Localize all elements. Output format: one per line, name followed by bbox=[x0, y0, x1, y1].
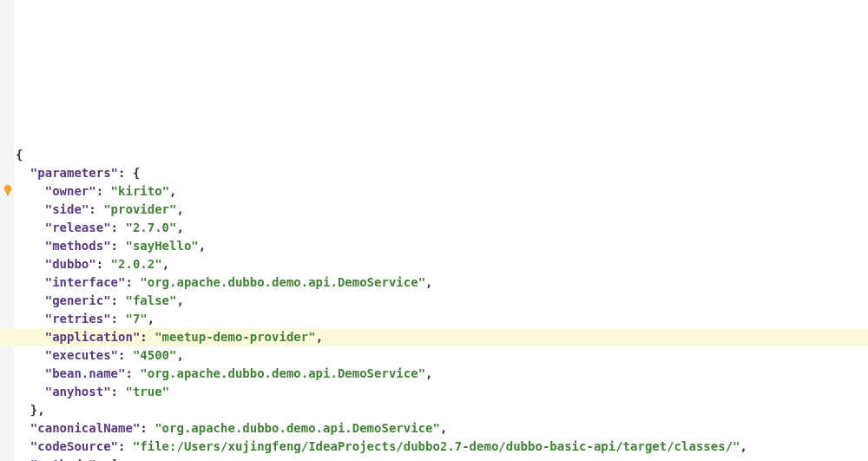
val-retries: 7 bbox=[133, 312, 140, 326]
val-application: meetup-demo-provider bbox=[162, 330, 309, 344]
key-methods: methods bbox=[37, 458, 89, 461]
key-dubbo: dubbo bbox=[52, 257, 89, 271]
key-release: release bbox=[52, 221, 103, 234]
key-anyhost: anyhost bbox=[52, 385, 103, 398]
key-param-methods: methods bbox=[52, 239, 103, 253]
key-canonicalname: canonicalName bbox=[37, 421, 133, 435]
key-beanname: bean.name bbox=[52, 366, 118, 380]
key-application: application bbox=[52, 330, 133, 344]
val-codesource: file:/Users/xujingfeng/IdeaProjects/dubb… bbox=[140, 439, 733, 453]
val-generic: false bbox=[133, 293, 169, 307]
code-block: { "parameters": { "owner": "kirito", "si… bbox=[0, 146, 868, 461]
key-generic: generic bbox=[52, 293, 103, 307]
lightbulb-icon[interactable] bbox=[2, 165, 14, 177]
key-codesource: codeSource bbox=[37, 439, 110, 453]
val-interface: org.apache.dubbo.demo.api.DemoService bbox=[148, 275, 418, 289]
val-dubbo: 2.0.2 bbox=[118, 257, 155, 271]
key-parameters: parameters bbox=[37, 166, 110, 180]
key-owner: owner bbox=[52, 184, 89, 198]
key-interface: interface bbox=[52, 275, 118, 289]
val-owner: kirito bbox=[118, 184, 162, 198]
key-side: side bbox=[52, 202, 82, 216]
val-executes: 4500 bbox=[140, 348, 169, 362]
val-anyhost: true bbox=[133, 385, 162, 398]
highlighted-line: "application": "meetup-demo-provider", bbox=[0, 328, 868, 346]
val-param-methods: sayHello bbox=[133, 239, 191, 253]
key-executes: executes bbox=[52, 348, 110, 362]
val-release: 2.7.0 bbox=[133, 221, 169, 234]
key-retries: retries bbox=[52, 312, 103, 326]
val-side: provider bbox=[111, 202, 169, 216]
val-beanname: org.apache.dubbo.demo.api.DemoService bbox=[148, 366, 418, 380]
val-canonicalname: org.apache.dubbo.demo.api.DemoService bbox=[162, 421, 433, 435]
